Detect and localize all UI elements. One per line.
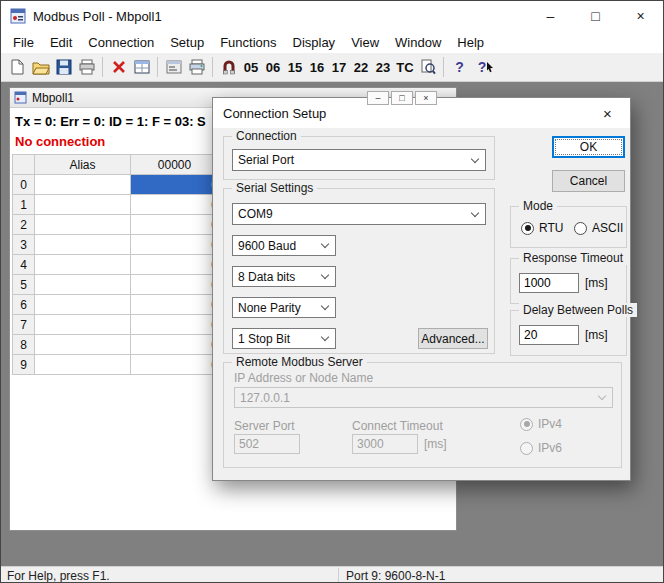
- grid-row: 5 0: [13, 275, 219, 295]
- communication-traffic-button[interactable]: [185, 56, 208, 79]
- help-button[interactable]: ?: [448, 56, 471, 79]
- menu-help[interactable]: Help: [449, 31, 492, 53]
- alias-cell[interactable]: [35, 335, 131, 355]
- value-cell[interactable]: 0: [131, 255, 219, 275]
- chevron-down-icon: [471, 208, 479, 216]
- menu-display[interactable]: Display: [285, 31, 344, 53]
- function-05-button[interactable]: 05: [240, 60, 262, 75]
- serial-settings-group-label: Serial Settings: [232, 181, 317, 195]
- serial-settings-group: Serial Settings COM9 9600 Baud 8 Data bi…: [223, 188, 495, 354]
- value-cell[interactable]: 0: [131, 315, 219, 335]
- delay-between-polls-group: Delay Between Polls [ms]: [510, 310, 627, 356]
- alias-cell[interactable]: [35, 235, 131, 255]
- chevron-down-icon: [471, 154, 479, 162]
- advanced-button[interactable]: Advanced...: [418, 328, 488, 349]
- help-icon: ?: [455, 59, 464, 75]
- alias-cell[interactable]: [35, 355, 131, 375]
- grid-row: 4 0: [13, 255, 219, 275]
- alias-cell[interactable]: [35, 315, 131, 335]
- advanced-button-label: Advanced...: [421, 332, 484, 346]
- data-bits-combobox[interactable]: 8 Data bits: [232, 266, 336, 287]
- save-icon: [56, 59, 72, 75]
- read-write-definition-button[interactable]: [162, 56, 185, 79]
- status-help-text: For Help, press F1.: [7, 569, 110, 583]
- ok-button-label: OK: [580, 140, 597, 154]
- maximize-button[interactable]: □: [573, 1, 618, 31]
- window-title: Modbus Poll - Mbpoll1: [33, 9, 162, 24]
- value-cell[interactable]: 0: [131, 215, 219, 235]
- menu-functions[interactable]: Functions: [212, 31, 284, 53]
- value-cell-selected[interactable]: 0: [131, 175, 219, 195]
- display-setup-button[interactable]: [130, 56, 153, 79]
- menu-setup[interactable]: Setup: [162, 31, 212, 53]
- ascii-radio[interactable]: ASCII: [574, 221, 623, 235]
- chevron-down-icon: [598, 392, 606, 400]
- stop-bits-combobox[interactable]: 1 Stop Bit: [232, 328, 336, 349]
- function-17-button[interactable]: 17: [328, 60, 350, 75]
- alias-cell[interactable]: [35, 215, 131, 235]
- alias-cell[interactable]: [35, 195, 131, 215]
- menu-connection[interactable]: Connection: [80, 31, 162, 53]
- chevron-down-icon: [321, 240, 329, 248]
- value-cell[interactable]: 0: [131, 235, 219, 255]
- cancel-button[interactable]: Cancel: [552, 170, 625, 192]
- grid-row: 8 0: [13, 335, 219, 355]
- cursor-arrow-icon: [486, 62, 494, 73]
- function-23-button[interactable]: 23: [372, 60, 394, 75]
- menu-edit[interactable]: Edit: [42, 31, 80, 53]
- context-help-button[interactable]: ?: [471, 56, 501, 79]
- document-minimize-button[interactable]: –: [367, 91, 389, 105]
- function-16-button[interactable]: 16: [306, 60, 328, 75]
- response-timeout-input[interactable]: [519, 273, 579, 293]
- close-button[interactable]: ×: [618, 1, 663, 31]
- alias-cell[interactable]: [35, 255, 131, 275]
- test-center-button[interactable]: TC: [394, 60, 416, 75]
- server-port-label: Server Port: [234, 419, 295, 433]
- toolbar: 05 06 15 16 17 22 23 TC ? ?: [1, 53, 663, 82]
- open-button[interactable]: [29, 56, 52, 79]
- connect-button[interactable]: [217, 56, 240, 79]
- function-06-button[interactable]: 06: [262, 60, 284, 75]
- print-button[interactable]: [75, 56, 98, 79]
- value-cell[interactable]: 0: [131, 195, 219, 215]
- alias-cell[interactable]: [35, 175, 131, 195]
- find-button[interactable]: [416, 56, 439, 79]
- remote-modbus-server-group-label: Remote Modbus Server: [232, 355, 367, 369]
- read-write-definition-icon: [166, 59, 182, 75]
- value-cell[interactable]: 0: [131, 275, 219, 295]
- alias-cell[interactable]: [35, 295, 131, 315]
- function-22-button[interactable]: 22: [350, 60, 372, 75]
- mode-group-label: Mode: [519, 199, 557, 213]
- function-15-button[interactable]: 15: [284, 60, 306, 75]
- save-button[interactable]: [52, 56, 75, 79]
- new-button[interactable]: [6, 56, 29, 79]
- ipv4-radio-label: IPv4: [538, 417, 562, 431]
- response-timeout-group: Response Timeout [ms]: [510, 258, 627, 304]
- app-icon: [10, 8, 26, 24]
- document-close-button[interactable]: ×: [415, 91, 437, 105]
- baud-rate-combobox[interactable]: 9600 Baud: [232, 235, 336, 256]
- disconnect-button[interactable]: [107, 56, 130, 79]
- delay-between-polls-input[interactable]: [519, 325, 579, 345]
- grid-row: 3 0: [13, 235, 219, 255]
- alias-cell[interactable]: [35, 275, 131, 295]
- document-maximize-button[interactable]: □: [391, 91, 413, 105]
- rtu-radio[interactable]: RTU: [521, 221, 563, 235]
- ok-button[interactable]: OK: [552, 136, 625, 158]
- minimize-button[interactable]: –: [528, 1, 573, 31]
- ascii-radio-label: ASCII: [592, 221, 623, 235]
- connection-group-label: Connection: [232, 129, 301, 143]
- menu-window[interactable]: Window: [387, 31, 449, 53]
- menu-view[interactable]: View: [343, 31, 387, 53]
- dialog-close-button[interactable]: ×: [585, 98, 630, 128]
- connection-type-combobox[interactable]: Serial Port: [232, 149, 486, 171]
- value-cell[interactable]: 0: [131, 295, 219, 315]
- menu-file[interactable]: File: [5, 31, 42, 53]
- serial-port-combobox[interactable]: COM9: [232, 203, 486, 225]
- connection-status-message: No connection: [15, 134, 105, 149]
- row-number: 1: [13, 195, 35, 215]
- value-cell[interactable]: 0: [131, 355, 219, 375]
- parity-combobox[interactable]: None Parity: [232, 297, 336, 318]
- value-cell[interactable]: 0: [131, 335, 219, 355]
- rtu-radio-label: RTU: [539, 221, 563, 235]
